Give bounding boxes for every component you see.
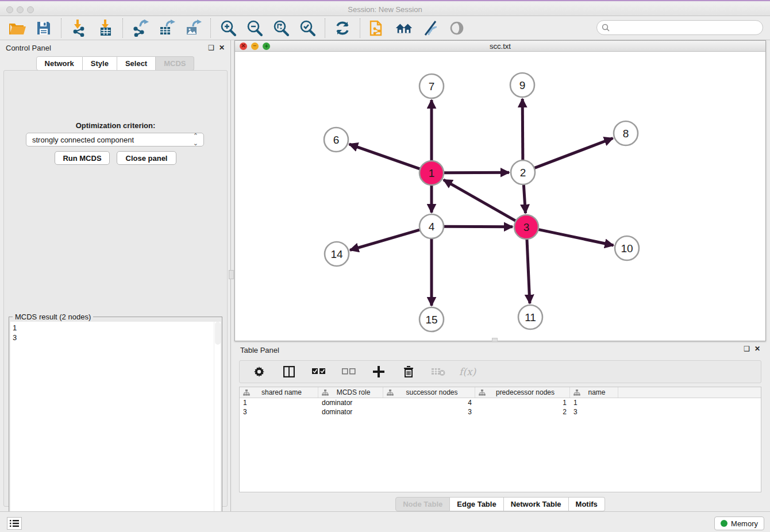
svg-text:3: 3 [523,221,530,233]
graph-node-10[interactable]: 10 [615,236,639,260]
control-tab-network[interactable]: Network [36,56,83,71]
zoom-selected-icon[interactable] [298,19,317,37]
import-table-icon[interactable] [96,19,114,37]
save-session-icon[interactable] [34,19,53,37]
table-row[interactable]: 1dominator411 [240,398,761,407]
network-canvas[interactable]: 7968124314101511 [235,52,765,341]
titlebar: Session: New Session [0,2,770,16]
edge-3-10[interactable] [538,229,614,245]
network-window-titlebar: ✕ − ＋ scc.txt [235,41,765,52]
mcds-result-text[interactable]: 1 3 [10,322,214,532]
table-body: 1dominator4113dominator323 [240,398,761,417]
table-cell: 3 [240,407,318,417]
task-history-button[interactable] [7,517,22,530]
open-session-icon[interactable] [8,19,26,37]
table-cell: 3 [383,407,475,417]
control-panel-tabs: NetworkStyleSelectMCDS [0,56,230,71]
graph-node-2[interactable]: 2 [511,160,535,184]
column-header-successor-nodes[interactable]: successor nodes [383,387,475,398]
control-tab-select[interactable]: Select [117,56,156,71]
close-panel-icon[interactable]: ✕ [219,44,225,52]
table-row[interactable]: 3dominator323 [240,407,761,417]
edge-1-2[interactable] [444,172,509,173]
svg-text:4: 4 [429,221,435,233]
table-settings-icon[interactable] [250,363,268,381]
list-icon [10,519,19,527]
fit-content-icon[interactable] [272,19,290,37]
home-networks-icon[interactable] [395,19,413,37]
graph-node-8[interactable]: 8 [614,121,638,145]
svg-text:1: 1 [429,167,435,179]
graph-node-11[interactable]: 11 [518,305,542,329]
table-cell: 1 [475,398,570,407]
control-panel-title: Control Panel [6,44,51,52]
column-header-name[interactable]: name [570,387,618,398]
mcds-tab-body: Optimization criterion: strongly connect… [3,70,228,507]
network-view-title: scc.txt [235,42,765,51]
export-image-icon[interactable] [184,19,202,37]
close-panel-button[interactable]: Close panel [117,151,176,165]
zoom-in-icon[interactable] [219,19,237,37]
column-header-predecessor-nodes[interactable]: predecessor nodes [475,387,570,398]
edge-2-9[interactable] [522,99,523,160]
graph-node-15[interactable]: 15 [419,307,444,331]
edge-2-3[interactable] [523,184,525,213]
graph-node-9[interactable]: 9 [510,73,534,97]
optimization-criterion-select[interactable]: strongly connected component ⌃⌄ [26,133,204,147]
memory-button[interactable]: Memory [714,516,764,530]
deselect-all-icon[interactable] [340,363,358,381]
table-tab-edge-table[interactable]: Edge Table [450,497,503,511]
mcds-result-group: MCDS result (2 nodes) 1 3 [9,317,222,532]
float-table-panel-icon[interactable]: ❑ [744,345,750,353]
edge-3-11[interactable] [527,239,530,303]
graph-node-3[interactable]: 3 [514,215,538,239]
column-header-shared-name[interactable]: shared name [240,387,318,398]
control-tab-mcds[interactable]: MCDS [156,56,194,71]
table-tab-network-table[interactable]: Network Table [504,497,569,511]
memory-label: Memory [731,519,758,528]
zoom-out-icon[interactable] [245,19,264,37]
graph-node-1[interactable]: 1 [419,161,444,185]
svg-text:8: 8 [623,128,629,140]
graph-node-6[interactable]: 6 [324,128,348,152]
edge-1-6[interactable] [349,144,421,169]
float-panel-icon[interactable]: ❑ [208,44,214,52]
memory-status-icon [721,520,727,527]
graph-node-14[interactable]: 14 [325,242,349,266]
control-panel-header: Control Panel ❑ ✕ [0,40,230,55]
export-network-icon[interactable] [131,19,149,37]
apply-layout-icon[interactable] [333,19,352,37]
edge-4-3[interactable] [444,226,513,227]
search-input[interactable] [613,24,758,32]
graph-node-4[interactable]: 4 [419,214,444,238]
column-header-MCDS-role[interactable]: MCDS role [318,387,383,398]
close-table-panel-icon[interactable]: ✕ [754,345,760,353]
table-toolbar: f(x) [239,360,761,383]
node-table[interactable]: shared nameMCDS rolesuccessor nodesprede… [239,387,761,492]
status-bar: Memory [0,511,770,532]
edge-4-14[interactable] [350,230,420,250]
delete-column-icon[interactable] [399,363,418,381]
horizontal-splitter-handle[interactable] [229,270,234,279]
svg-text:10: 10 [621,242,633,255]
run-mcds-button[interactable]: Run MCDS [55,151,110,165]
edge-3-1[interactable] [444,180,516,221]
export-table-icon[interactable] [157,19,176,37]
vertical-splitter-handle[interactable] [492,338,498,342]
add-column-icon[interactable] [369,363,388,381]
select-all-icon[interactable] [310,363,328,381]
table-cell: 1 [570,398,618,407]
new-network-from-file-icon[interactable] [368,19,387,37]
table-tab-node-table[interactable]: Node Table [395,497,450,511]
show-columns-icon[interactable] [280,363,298,381]
graph-node-7[interactable]: 7 [419,74,444,98]
birdseye-view-icon[interactable] [448,19,466,37]
search-box[interactable] [596,20,763,35]
control-tab-style[interactable]: Style [83,56,117,71]
graphics-detail-icon[interactable] [421,19,440,37]
mcds-result-scrollbar[interactable] [214,322,221,532]
edge-2-8[interactable] [534,138,613,168]
import-network-icon[interactable] [70,19,88,37]
table-tab-motifs[interactable]: Motifs [569,497,605,511]
table-cell: 4 [383,398,475,407]
